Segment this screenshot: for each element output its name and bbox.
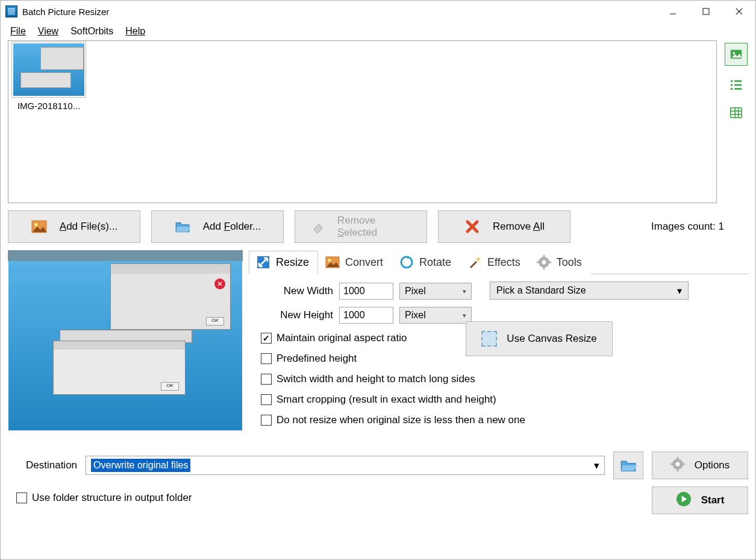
app-icon [5,5,17,17]
menu-file[interactable]: File [4,24,32,39]
new-width-input[interactable] [339,283,393,300]
menu-view[interactable]: View [32,24,64,39]
new-width-label: New Width [261,285,333,297]
svg-point-24 [328,259,331,262]
svg-rect-9 [734,80,742,82]
tab-tools[interactable]: Tools [530,251,591,274]
convert-icon [325,255,340,269]
gear-icon [536,255,552,269]
height-unit-combo[interactable]: Pixel▾ [399,307,472,324]
svg-point-5 [733,52,736,54]
new-height-label: New Height [261,309,333,321]
thumbnail-panel[interactable]: IMG-2018110... [8,40,717,203]
svg-point-7 [731,84,733,86]
thumbnail-label: IMG-2018110... [10,101,88,111]
window-title: Batch Picture Resizer [22,7,109,17]
start-label: Start [701,494,725,506]
smart-cropping-checkbox[interactable] [261,394,272,405]
aspect-ratio-checkbox[interactable] [261,333,272,344]
predefined-height-label: Predefined height [276,353,357,365]
folder-structure-checkbox[interactable] [16,492,27,503]
view-list-button[interactable] [726,77,746,93]
svg-point-8 [731,88,733,90]
svg-rect-36 [670,463,673,465]
use-canvas-resize-button[interactable]: Use Canvas Resize [466,321,613,356]
browse-destination-button[interactable] [613,451,643,479]
preview-image: ✕OK OK [8,250,243,431]
tab-rotate[interactable]: Rotate [392,251,460,274]
destination-label: Destination [8,459,77,471]
destination-value: Overwrite original files [91,459,190,472]
new-height-input[interactable] [339,307,393,324]
options-label: Options [695,459,730,471]
switch-wh-label: Switch width and height to match long si… [276,373,475,385]
svg-rect-29 [543,266,545,269]
chevron-down-icon: ▾ [463,288,466,295]
tab-effects[interactable]: Effects [460,251,530,274]
smart-cropping-label: Smart cropping (result in exact width an… [276,394,496,406]
tab-convert-label: Convert [345,256,383,269]
add-folder-label: Add Folder... [203,221,261,233]
remove-all-button[interactable]: Remove All [438,210,570,243]
chevron-down-icon: ▾ [463,312,466,319]
svg-rect-34 [676,457,678,460]
add-folder-button[interactable]: Add Folder... [151,210,284,243]
gear-icon [670,457,685,474]
remove-selected-label: Remove Selected [337,215,412,239]
tab-convert[interactable]: Convert [318,251,392,274]
images-count: Images count: 1 [651,221,748,233]
view-thumbnails-button[interactable] [725,43,748,66]
start-button[interactable]: Start [652,486,748,514]
svg-rect-28 [543,255,545,258]
chevron-down-icon: ▾ [594,459,599,472]
svg-rect-1 [703,8,709,14]
minimize-button[interactable] [656,1,689,22]
tab-tools-label: Tools [557,256,582,269]
add-files-button[interactable]: Add File(s)... [8,210,140,243]
folder-icon [174,219,191,234]
canvas-icon [481,331,497,347]
switch-wh-checkbox[interactable] [261,374,272,385]
eraser-icon [310,219,325,234]
svg-point-27 [542,260,546,265]
play-icon [676,491,692,510]
resize-icon [255,255,271,269]
options-button[interactable]: Options [652,451,748,479]
svg-rect-37 [682,463,685,465]
width-unit-combo[interactable]: Pixel▾ [399,283,472,300]
chevron-down-icon: ▾ [677,285,682,297]
svg-point-25 [401,257,412,268]
svg-rect-31 [548,262,551,263]
use-canvas-resize-label: Use Canvas Resize [507,333,596,345]
title-bar: Batch Picture Resizer [1,1,755,22]
view-details-button[interactable] [726,104,746,121]
svg-point-33 [675,462,679,466]
svg-rect-10 [734,84,742,86]
close-button[interactable] [722,1,755,22]
menu-bar: File View SoftOrbits Help [1,22,755,40]
menu-help[interactable]: Help [119,24,151,39]
remove-all-label: Remove All [493,221,545,233]
destination-combo[interactable]: Overwrite original files ▾ [86,456,605,475]
no-resize-label: Do not resize when original size is less… [276,414,525,426]
x-icon [464,219,481,234]
tab-resize[interactable]: Resize [249,251,318,274]
svg-rect-30 [537,262,540,263]
standard-size-combo[interactable]: Pick a Standard Size▾ [490,282,689,300]
folder-open-icon [620,458,637,473]
remove-selected-button[interactable]: Remove Selected [295,210,427,243]
aspect-ratio-label: Maintain original aspect ratio [276,332,407,344]
rotate-icon [399,255,414,269]
svg-rect-11 [734,88,742,90]
predefined-height-checkbox[interactable] [261,353,272,364]
menu-softorbits[interactable]: SoftOrbits [64,24,119,39]
thumbnail-image [12,42,86,97]
add-files-label: Add File(s)... [60,221,117,233]
maximize-button[interactable] [689,1,722,22]
tab-rotate-label: Rotate [419,256,451,269]
no-resize-checkbox[interactable] [261,415,272,426]
effects-icon [467,255,483,269]
resize-tab-body: New Width Pixel▾ New Height Pixel▾ Pick … [249,274,748,439]
folder-structure-label: Use folder structure in output folder [32,492,192,504]
thumbnail-item[interactable]: IMG-2018110... [10,42,88,111]
